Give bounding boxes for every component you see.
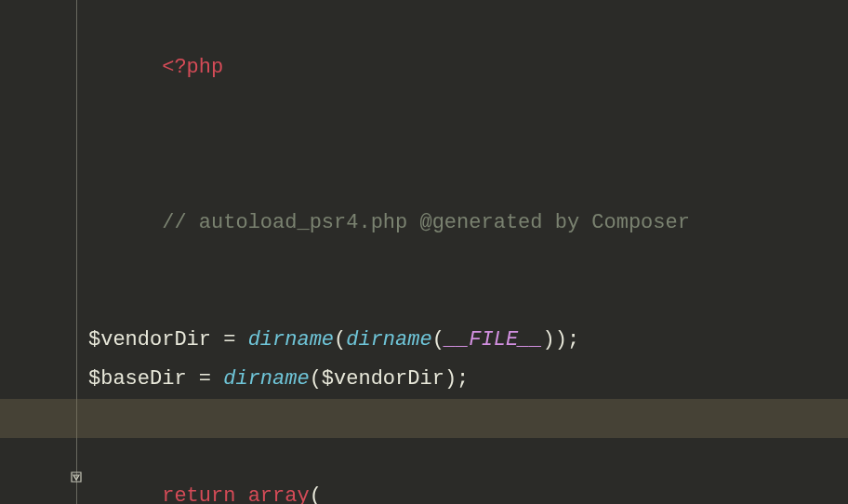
code-line: return array(	[88, 438, 848, 504]
operator: =	[211, 328, 248, 351]
code-line: $vendorDir = dirname(dirname(__FILE__));	[88, 321, 848, 360]
code-line: // autoload_psr4.php @generated by Compo…	[88, 165, 848, 281]
paren: (	[310, 367, 322, 391]
paren: (	[310, 484, 322, 504]
magic-constant: __FILE__	[444, 328, 543, 351]
function-call: dirname	[346, 328, 431, 351]
code-editor[interactable]: <?php // autoload_psr4.php @generated by…	[0, 0, 848, 504]
comment-text: // autoload_psr4.php @generated by Compo…	[162, 211, 690, 234]
code-area[interactable]: <?php // autoload_psr4.php @generated by…	[0, 0, 848, 504]
paren: ));	[543, 328, 580, 351]
code-line: <?php	[88, 9, 848, 126]
paren: (	[334, 328, 346, 351]
variable: $baseDir	[88, 367, 187, 391]
code-line: $baseDir = dirname($vendorDir);	[88, 360, 848, 399]
space	[235, 484, 247, 504]
code-line-blank	[88, 282, 848, 321]
variable: $vendorDir	[322, 367, 444, 391]
keyword: return	[162, 484, 235, 504]
code-line-highlighted	[0, 399, 848, 438]
function-call: dirname	[248, 328, 334, 351]
paren: (	[432, 328, 444, 351]
php-open-tag: <?php	[162, 56, 223, 79]
code-line-blank	[88, 126, 848, 165]
function-call: dirname	[223, 367, 309, 391]
array-keyword: array	[248, 484, 310, 504]
variable: $vendorDir	[88, 328, 211, 351]
paren: );	[444, 367, 469, 391]
fold-open-icon[interactable]	[70, 471, 83, 484]
operator: =	[187, 367, 224, 391]
